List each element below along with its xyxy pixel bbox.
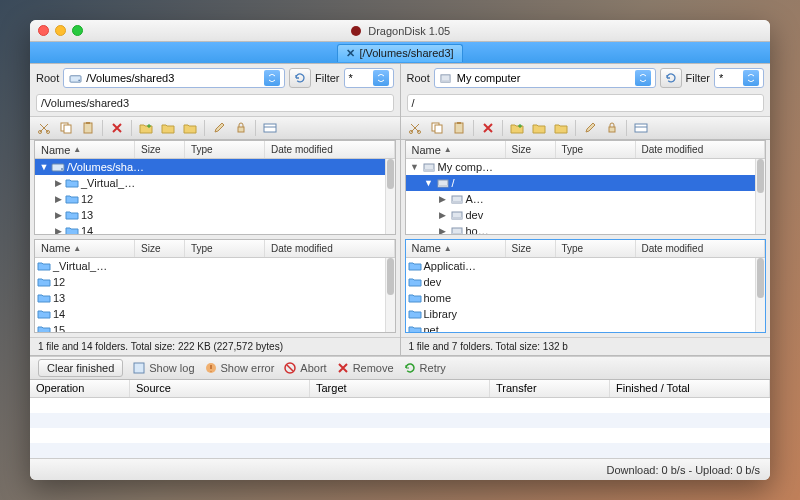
left-filter-dropdown[interactable]: * (344, 68, 394, 88)
disclosure-icon[interactable]: ▶ (53, 194, 63, 204)
edit-button[interactable] (580, 119, 600, 137)
left-root-dropdown[interactable]: /Volumes/shared3 (63, 68, 285, 88)
list-row[interactable]: Applicati… (406, 258, 766, 274)
right-refresh-button[interactable] (660, 68, 682, 88)
show-error-button[interactable]: Show error (205, 362, 275, 374)
lock-button[interactable] (231, 119, 251, 137)
clear-finished-button[interactable]: Clear finished (38, 359, 123, 377)
disclosure-icon[interactable]: ▶ (438, 194, 448, 204)
list-row[interactable]: dev (406, 274, 766, 290)
cut-button[interactable] (34, 119, 54, 137)
opcol-target[interactable]: Target (310, 380, 490, 397)
opcol-transfer[interactable]: Transfer (490, 380, 610, 397)
copy-button[interactable] (56, 119, 76, 137)
list-row[interactable]: _Virtual_… (35, 258, 395, 274)
opcol-operation[interactable]: Operation (30, 380, 130, 397)
col-type[interactable]: Type (556, 240, 636, 257)
list-row[interactable]: net (406, 322, 766, 333)
view-icon (634, 122, 648, 134)
right-list[interactable]: Name▲ Size Type Date modified Applicati…… (405, 239, 767, 334)
list-row[interactable]: 15 (35, 322, 395, 333)
list-row[interactable]: 13 (35, 290, 395, 306)
disclosure-icon[interactable]: ▼ (410, 162, 420, 172)
scrollbar[interactable] (385, 258, 395, 333)
col-type[interactable]: Type (185, 141, 265, 158)
show-log-button[interactable]: Show log (133, 362, 194, 374)
list-row[interactable]: home (406, 290, 766, 306)
abort-button[interactable]: Abort (284, 362, 326, 374)
col-size[interactable]: Size (135, 240, 185, 257)
cut-button[interactable] (405, 119, 425, 137)
left-list[interactable]: Name▲ Size Type Date modified _Virtual_…… (34, 239, 396, 334)
disclosure-icon[interactable]: ▼ (39, 162, 49, 172)
col-size[interactable]: Size (506, 141, 556, 158)
list-row[interactable]: Library (406, 306, 766, 322)
col-name[interactable]: Name▲ (35, 240, 135, 257)
remove-button[interactable]: Remove (337, 362, 394, 374)
left-tree[interactable]: Name▲ Size Type Date modified ▼/Volumes/… (34, 140, 396, 235)
col-name[interactable]: Name▲ (406, 240, 506, 257)
right-tree[interactable]: Name▲ Size Type Date modified ▼My comp…▼… (405, 140, 767, 235)
left-refresh-button[interactable] (289, 68, 311, 88)
tree-row[interactable]: ▶12 (35, 191, 395, 207)
col-name[interactable]: Name▲ (406, 141, 506, 158)
col-date[interactable]: Date modified (265, 240, 395, 257)
lock-button[interactable] (602, 119, 622, 137)
disclosure-icon[interactable]: ▶ (438, 226, 448, 234)
drive-icon (436, 177, 450, 189)
paste-icon (452, 121, 466, 135)
view-button[interactable] (631, 119, 651, 137)
scrollbar[interactable] (755, 258, 765, 333)
list-row[interactable]: 14 (35, 306, 395, 322)
right-path-field[interactable]: / (407, 94, 765, 112)
newfolder-button[interactable] (136, 119, 156, 137)
folder-btn2[interactable] (529, 119, 549, 137)
tree-row[interactable]: ▼My comp… (406, 159, 766, 175)
list-row[interactable]: 12 (35, 274, 395, 290)
view-button[interactable] (260, 119, 280, 137)
edit-button[interactable] (209, 119, 229, 137)
disclosure-icon[interactable]: ▼ (424, 178, 434, 188)
tree-row[interactable]: ▶14 (35, 223, 395, 234)
left-path-field[interactable]: /Volumes/shared3 (36, 94, 394, 112)
disclosure-icon[interactable]: ▶ (53, 210, 63, 220)
right-root-dropdown[interactable]: My computer (434, 68, 656, 88)
col-date[interactable]: Date modified (636, 141, 766, 158)
disclosure-icon[interactable]: ▶ (438, 210, 448, 220)
delete-button[interactable] (107, 119, 127, 137)
paste-button[interactable] (449, 119, 469, 137)
col-type[interactable]: Type (556, 141, 636, 158)
col-name[interactable]: Name▲ (35, 141, 135, 158)
disclosure-icon[interactable]: ▶ (53, 178, 63, 188)
disclosure-icon[interactable]: ▶ (53, 226, 63, 234)
left-list-header: Name▲ Size Type Date modified (35, 240, 395, 258)
tree-row[interactable]: ▼/Volumes/sha… (35, 159, 395, 175)
opcol-source[interactable]: Source (130, 380, 310, 397)
tree-row[interactable]: ▶A… (406, 191, 766, 207)
folder-btn2[interactable] (158, 119, 178, 137)
delete-button[interactable] (478, 119, 498, 137)
row-label: _Virtual_… (53, 260, 107, 272)
opcol-finished[interactable]: Finished / Total (610, 380, 770, 397)
tree-row[interactable]: ▶13 (35, 207, 395, 223)
col-date[interactable]: Date modified (265, 141, 395, 158)
col-size[interactable]: Size (135, 141, 185, 158)
folder-btn3[interactable] (551, 119, 571, 137)
newfolder-button[interactable] (507, 119, 527, 137)
tab-volumes[interactable]: ✕ [/Volumes/shared3] (337, 44, 462, 62)
retry-button[interactable]: Retry (404, 362, 446, 374)
col-size[interactable]: Size (506, 240, 556, 257)
tree-row[interactable]: ▶ho… (406, 223, 766, 234)
folder-btn3[interactable] (180, 119, 200, 137)
col-type[interactable]: Type (185, 240, 265, 257)
tree-row[interactable]: ▼/ (406, 175, 766, 191)
right-filter-dropdown[interactable]: * (714, 68, 764, 88)
scrollbar[interactable] (755, 159, 765, 234)
tree-row[interactable]: ▶dev (406, 207, 766, 223)
col-date[interactable]: Date modified (636, 240, 766, 257)
paste-button[interactable] (78, 119, 98, 137)
scrollbar[interactable] (385, 159, 395, 234)
tree-row[interactable]: ▶_Virtual_… (35, 175, 395, 191)
copy-button[interactable] (427, 119, 447, 137)
tab-close-icon[interactable]: ✕ (346, 47, 355, 60)
